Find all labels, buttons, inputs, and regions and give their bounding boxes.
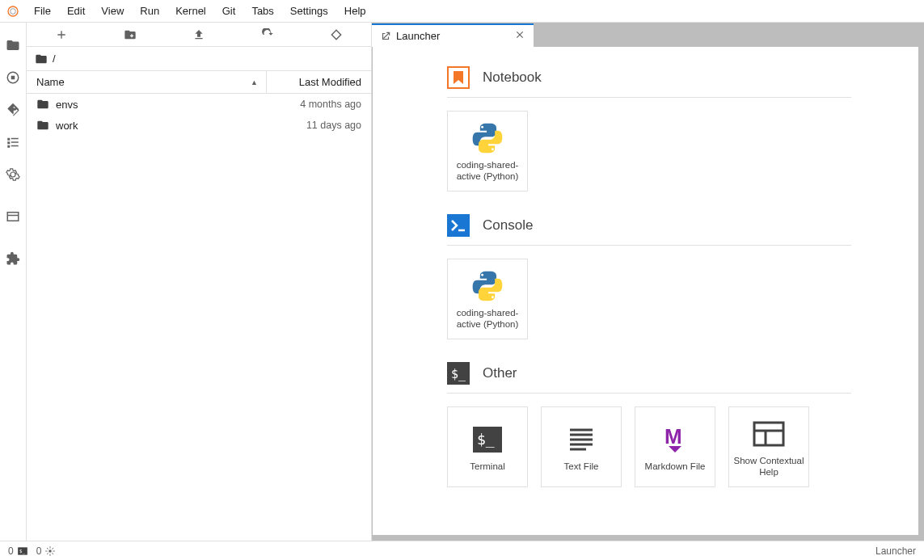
file-name: work <box>56 120 306 132</box>
svg-text:$_: $_ <box>451 367 466 381</box>
terminal-status-icon: $_ <box>17 545 28 557</box>
svg-point-1 <box>11 8 16 14</box>
svg-line-35 <box>47 553 49 554</box>
svg-rect-3 <box>11 76 15 80</box>
card-label: coding-shared-active (Python) <box>451 307 524 331</box>
new-launcher-button[interactable] <box>27 23 95 46</box>
launch-icon <box>380 31 391 42</box>
card-label: coding-shared-active (Python) <box>451 159 524 183</box>
refresh-button[interactable] <box>234 23 302 46</box>
section-notebook: Notebook coding-shared-active (Python) <box>447 66 851 192</box>
svg-point-12 <box>492 296 494 298</box>
upload-button[interactable] <box>164 23 233 46</box>
svg-line-33 <box>47 547 49 549</box>
file-row[interactable]: envs 4 months ago <box>27 94 371 115</box>
python-icon <box>470 120 505 156</box>
folder-icon <box>35 53 48 65</box>
status-mode[interactable]: Launcher <box>875 545 916 557</box>
activity-bar <box>0 23 27 541</box>
launcher-card-markdown[interactable]: M Markdown File <box>635 406 715 487</box>
running-tab-icon[interactable] <box>0 61 27 94</box>
svg-point-8 <box>492 148 494 150</box>
toc-tab-icon[interactable] <box>0 126 27 158</box>
main-area: / Name ▲ Last Modified envs 4 months ago… <box>0 23 924 541</box>
menu-view[interactable]: View <box>93 2 132 20</box>
menu-help[interactable]: Help <box>336 2 374 20</box>
svg-text:$_: $_ <box>19 549 26 554</box>
breadcrumb-path: / <box>53 53 56 65</box>
status-terminals[interactable]: 0 $_ <box>8 545 28 557</box>
dock-panel: Launcher Notebook <box>372 23 924 541</box>
svg-text:M: M <box>665 424 682 448</box>
card-label: Markdown File <box>645 461 706 472</box>
launcher-card-contextual-help[interactable]: Show Contextual Help <box>728 406 809 487</box>
kernel-status-icon <box>44 545 56 557</box>
filebrowser-header: Name ▲ Last Modified <box>27 71 371 94</box>
launcher-body: Notebook coding-shared-active (Python) <box>372 47 919 536</box>
launcher-card-notebook-python[interactable]: coding-shared-active (Python) <box>447 111 528 192</box>
markdown-icon: M <box>657 422 693 457</box>
statusbar: 0 $_ 0 Launcher <box>0 541 924 560</box>
menu-file[interactable]: File <box>26 2 59 20</box>
textfile-icon <box>563 422 599 457</box>
sort-caret-icon: ▲ <box>251 78 258 86</box>
python-icon <box>470 268 505 304</box>
svg-line-36 <box>53 547 54 549</box>
filebrowser-panel: / Name ▲ Last Modified envs 4 months ago… <box>27 23 372 541</box>
svg-point-11 <box>481 273 483 276</box>
filebrowser-toolbar <box>27 23 371 47</box>
settings-tab-icon[interactable] <box>0 158 27 191</box>
tab-title: Launcher <box>396 30 440 42</box>
menu-kernel[interactable]: Kernel <box>167 2 214 20</box>
column-modified[interactable]: Last Modified <box>266 71 371 93</box>
file-modified: 4 months ago <box>300 99 361 110</box>
folder-icon <box>36 119 49 132</box>
tab-launcher[interactable]: Launcher <box>372 23 534 47</box>
menu-edit[interactable]: Edit <box>59 2 93 20</box>
section-title: Notebook <box>483 69 542 86</box>
other-section-icon: $_ <box>447 362 470 385</box>
file-row[interactable]: work 11 days ago <box>27 115 371 136</box>
close-icon[interactable] <box>514 29 525 43</box>
file-name: envs <box>56 99 300 111</box>
tabs-panel-icon[interactable] <box>0 200 27 233</box>
svg-line-34 <box>53 553 54 554</box>
launcher-card-console-python[interactable]: coding-shared-active (Python) <box>447 259 528 339</box>
menu-run[interactable]: Run <box>132 2 167 20</box>
breadcrumb[interactable]: / <box>27 47 371 71</box>
git-toolbar-icon[interactable] <box>302 23 371 46</box>
section-title: Other <box>483 365 517 381</box>
new-folder-button[interactable] <box>95 23 164 46</box>
svg-rect-9 <box>447 214 470 237</box>
console-section-icon <box>447 214 470 237</box>
svg-rect-23 <box>754 423 783 445</box>
column-name[interactable]: Name ▲ <box>27 76 266 88</box>
svg-rect-4 <box>7 213 19 221</box>
section-console: Console coding-shared-active (Python) <box>447 214 851 339</box>
tab-bar: Launcher <box>372 23 924 47</box>
jupyter-logo <box>6 5 19 18</box>
card-label: Show Contextual Help <box>732 455 805 478</box>
menu-settings[interactable]: Settings <box>282 2 336 20</box>
card-label: Text File <box>564 461 599 472</box>
svg-point-0 <box>8 6 18 16</box>
folder-icon <box>36 98 49 111</box>
extensions-tab-icon[interactable] <box>0 242 27 275</box>
section-other: $_ Other $_ Terminal Te <box>447 362 851 487</box>
launcher-card-terminal[interactable]: $_ Terminal <box>447 406 528 487</box>
launcher-card-textfile[interactable]: Text File <box>541 406 622 487</box>
terminal-icon: $_ <box>470 422 505 457</box>
file-modified: 11 days ago <box>306 120 361 131</box>
card-label: Terminal <box>470 461 504 472</box>
menu-git[interactable]: Git <box>214 2 244 20</box>
svg-text:$_: $_ <box>477 431 495 448</box>
menu-tabs[interactable]: Tabs <box>243 2 281 20</box>
section-title: Console <box>483 217 533 234</box>
filebrowser-tab-icon[interactable] <box>0 29 27 61</box>
git-tab-icon[interactable] <box>0 94 27 126</box>
help-icon <box>751 416 787 452</box>
status-kernels[interactable]: 0 <box>36 545 57 557</box>
menubar: File Edit View Run Kernel Git Tabs Setti… <box>0 0 924 23</box>
svg-point-28 <box>49 549 53 553</box>
svg-point-7 <box>481 125 483 128</box>
